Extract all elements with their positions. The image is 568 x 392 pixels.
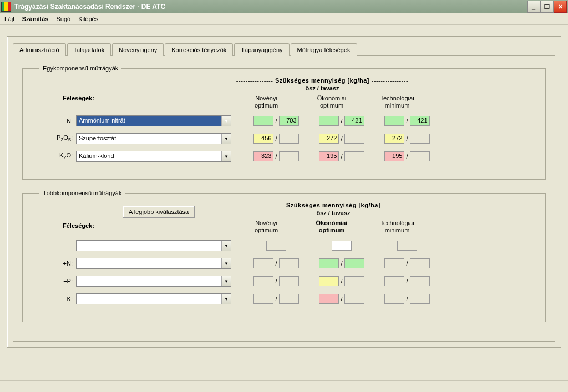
p-tech-a[interactable]: 272 (384, 134, 404, 144)
row-label-multi-p: +P: (39, 278, 76, 284)
k-econ-b[interactable] (344, 151, 364, 161)
p-econ-b[interactable] (344, 134, 364, 144)
row-multi-p: +P: ▼ / / / (39, 275, 529, 287)
k-tech-b[interactable] (410, 151, 430, 161)
n-plant-a[interactable] (253, 116, 273, 126)
row-n: N: Ammónium-nitrát ▼ / 703 / 421 (39, 115, 529, 127)
combo-p[interactable]: Szuperfoszfát ▼ (76, 133, 231, 144)
menu-calc[interactable]: Számítás (22, 16, 49, 22)
mn-econ-b[interactable] (344, 258, 364, 268)
n-plant-b[interactable]: 703 (279, 116, 299, 126)
mp-tech-a[interactable] (384, 276, 404, 286)
chevron-down-icon[interactable]: ▼ (221, 151, 231, 161)
tab-content: Egykomponensű műtrágyák ----------------… (13, 55, 555, 342)
tab-fert[interactable]: Műtrágya féleségek (291, 43, 357, 57)
row-label-p: P2O5: (39, 134, 76, 142)
combo-multi-n[interactable]: ▼ (76, 258, 231, 269)
row-label-multi-k: +K: (39, 296, 76, 302)
chevron-down-icon[interactable]: ▼ (221, 294, 231, 304)
mp-econ-b[interactable] (344, 276, 364, 286)
tab-soil[interactable]: Talajadatok (67, 43, 111, 56)
header-main-2: ---------------- Szükséges mennyiség [kg… (234, 202, 433, 208)
menubar: Fájl Számítás Súgó Kilépés (0, 13, 568, 25)
k-tech-a[interactable]: 195 (384, 151, 404, 161)
mp-tech-b[interactable] (410, 276, 430, 286)
m0-plant[interactable] (266, 241, 286, 251)
mk-econ-b[interactable] (344, 294, 364, 304)
p-plant-b[interactable] (279, 134, 299, 144)
k-plant-a[interactable]: 323 (253, 151, 273, 161)
chevron-down-icon[interactable]: ▼ (221, 241, 231, 251)
tab-corr[interactable]: Korrekciós tényezők (165, 43, 233, 56)
close-button[interactable]: ✕ (554, 1, 567, 13)
col-header-econ-2: Ökonómiai optimum (299, 220, 364, 234)
group-multi-legend: Többkomponensű műtrágyák (39, 190, 125, 196)
best-select-button[interactable]: A legjobb kiválasztása (123, 206, 195, 218)
mk-plant-a[interactable] (253, 294, 273, 304)
header-sub-1: ősz / tavasz (222, 85, 422, 91)
m0-tech[interactable] (397, 241, 417, 251)
window-title: Trágyázási Szaktanácsadási Rendszer - DE… (14, 3, 165, 11)
mk-econ-a[interactable] (319, 294, 339, 304)
tabs: Adminisztráció Talajadatok Növényi igény… (13, 43, 555, 56)
col-header-econ-1: Ökonómiai optimum (299, 95, 364, 109)
mn-tech-b[interactable] (410, 258, 430, 268)
m0-econ[interactable] (332, 241, 352, 251)
mn-plant-b[interactable] (279, 258, 299, 268)
group-single-legend: Egykomponensű műtrágyák (39, 65, 121, 72)
menu-file[interactable]: Fájl (4, 16, 14, 22)
combo-k[interactable]: Kálium-klorid ▼ (76, 151, 231, 162)
col-header-plant-1: Növényi optimum (234, 95, 299, 109)
p-plant-a[interactable]: 456 (253, 134, 273, 144)
combo-n[interactable]: Ammónium-nitrát ▼ (76, 115, 231, 126)
statusbar (0, 380, 568, 392)
mn-econ-a[interactable] (319, 258, 339, 268)
mp-plant-b[interactable] (279, 276, 299, 286)
chevron-down-icon[interactable]: ▼ (221, 134, 231, 144)
n-tech-b[interactable]: 421 (410, 116, 430, 126)
window-controls: _ ❐ ✕ (527, 1, 567, 13)
col-header-plant-2: Növényi optimum (234, 220, 299, 234)
menu-exit[interactable]: Kilépés (78, 16, 98, 22)
underline-decoration (73, 202, 139, 202)
mk-plant-b[interactable] (279, 294, 299, 304)
mp-econ-a[interactable] (319, 276, 339, 286)
tab-admin[interactable]: Adminisztráció (13, 43, 66, 56)
n-econ-b[interactable]: 421 (344, 116, 364, 126)
chevron-down-icon[interactable]: ▼ (221, 116, 231, 126)
row-k: K2O: Kálium-klorid ▼ 323 / 195 / 195 (39, 150, 529, 162)
combo-multi-main[interactable]: ▼ (76, 240, 231, 251)
chevron-down-icon[interactable]: ▼ (221, 276, 231, 286)
row-multi-main: ▼ (39, 240, 529, 252)
mk-tech-a[interactable] (384, 294, 404, 304)
mn-tech-a[interactable] (384, 258, 404, 268)
col-header-tech-1: Technológiai minimum (364, 95, 430, 109)
mk-tech-b[interactable] (410, 294, 430, 304)
menu-help[interactable]: Súgó (56, 16, 70, 22)
maximize-button[interactable]: ❐ (540, 1, 554, 13)
k-plant-b[interactable] (279, 151, 299, 161)
felesegek-label-1: Féleségek: (63, 95, 234, 101)
n-econ-a[interactable] (319, 116, 339, 126)
combo-multi-p[interactable]: ▼ (76, 276, 231, 287)
main-panel: Adminisztráció Talajadatok Növényi igény… (7, 36, 561, 348)
row-multi-n: +N: ▼ / / / (39, 257, 529, 269)
row-label-k: K2O: (39, 152, 76, 160)
minimize-button[interactable]: _ (527, 1, 540, 13)
n-tech-a[interactable] (384, 116, 404, 126)
group-single: Egykomponensű műtrágyák ----------------… (22, 65, 546, 180)
row-p: P2O5: Szuperfoszfát ▼ 456 / 272 / 27 (39, 133, 529, 145)
chevron-down-icon[interactable]: ▼ (221, 258, 231, 268)
header-sub-2: ősz / tavasz (234, 210, 433, 216)
mn-plant-a[interactable] (253, 258, 273, 268)
k-econ-a[interactable]: 195 (319, 151, 339, 161)
combo-multi-k[interactable]: ▼ (76, 293, 231, 304)
p-tech-b[interactable] (410, 134, 430, 144)
tab-nutrient[interactable]: Tápanyagigény (234, 43, 289, 56)
mp-plant-a[interactable] (253, 276, 273, 286)
tab-plant[interactable]: Növényi igény (112, 43, 164, 56)
titlebar: Trágyázási Szaktanácsadási Rendszer - DE… (0, 0, 568, 13)
row-multi-k: +K: ▼ / / / (39, 293, 529, 305)
p-econ-a[interactable]: 272 (319, 134, 339, 144)
felesegek-label-2: Féleségek: (63, 222, 234, 229)
